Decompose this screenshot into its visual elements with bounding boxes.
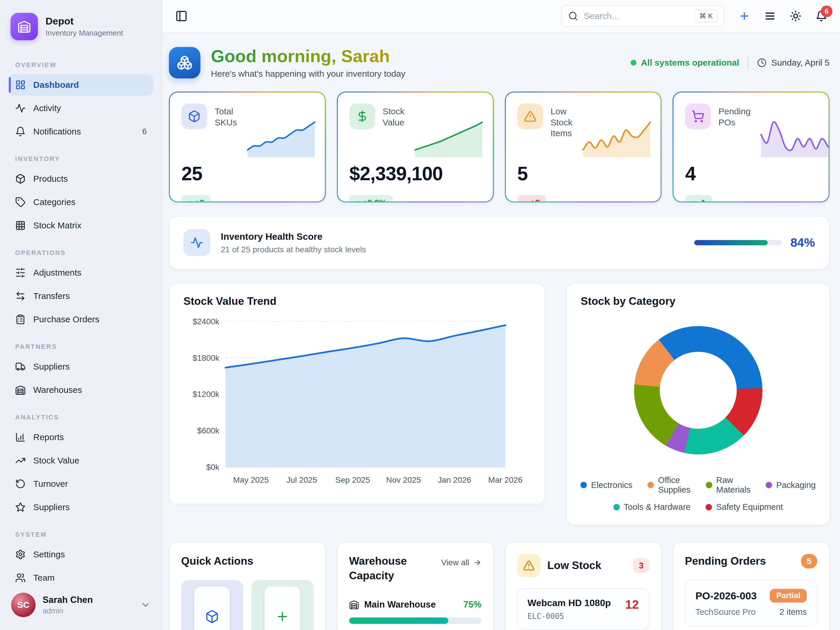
warehouse-capacity-title: Warehouse Capacity [349,554,428,583]
low-stock-badge: 3 [633,558,649,573]
user-role: admin [43,606,93,616]
sidebar-item-stock-matrix[interactable]: Stock Matrix [9,215,153,236]
chevron-down-icon [140,600,151,610]
section-header: OPERATIONS [9,249,153,257]
low-stock-item[interactable]: Webcam HD 1080p ELC-0005 12 [517,588,649,630]
sidebar-toggle-button[interactable] [175,10,188,22]
svg-text:Sep 2025: Sep 2025 [335,475,370,485]
svg-text:$600k: $600k [197,426,219,435]
po-supplier: TechSource Pro [695,607,755,617]
dollar-icon [349,104,375,129]
pending-orders-card: Pending Orders 5 PO-2026-003 Partial Tec… [673,542,829,630]
health-title: Inventory Health Score [221,231,366,242]
sidebar-item-label: Dashboard [33,80,79,90]
sidebar-item-label: Adjustments [33,268,81,278]
stat-card-stock-value[interactable]: Stock Value $2,339,100 ↑ +8.2% [337,92,494,202]
sidebar-item-stock-value[interactable]: Stock Value [9,450,153,471]
search-icon [568,11,578,21]
quick-actions-title: Quick Actions [181,554,314,568]
app-brand: Depot Inventory Management [9,11,153,43]
sidebar-item-settings[interactable]: Settings [9,544,153,565]
view-all-link[interactable]: View all [441,558,482,567]
add-button[interactable] [739,10,750,22]
po-number: PO-2026-003 [695,590,756,602]
boxes-icon [169,47,201,79]
quick-action-package[interactable] [181,580,243,630]
package-icon [182,104,207,129]
arrow-right-icon [474,559,482,567]
svg-text:$0k: $0k [206,463,219,472]
sidebar-item-transfers[interactable]: Transfers [9,285,153,307]
sidebar-section-partners: PARTNERSSuppliersWarehouses [9,343,153,401]
stock-value-trend-chart: $0k$600k$1200k$1800k$2400kMay 2025Jul 20… [183,310,531,495]
current-date: Sunday, April 5 [757,58,829,68]
sidebar-item-dashboard[interactable]: Dashboard [9,74,153,96]
stat-card-low-stock-items[interactable]: Low Stock Items 5 ↓ +2 [505,92,662,202]
stat-card-total-skus[interactable]: Total SKUs 25 ↑ +3 [169,92,326,202]
stat-delta-badge: ↑ +3 [182,195,211,202]
stat-delta-badge: ↑ +8.2% [349,195,393,202]
svg-text:$1200k: $1200k [193,390,219,399]
warehouse-icon [15,385,26,395]
warning-icon [518,104,543,129]
sidebar-item-adjustments[interactable]: Adjustments [9,262,153,284]
clipboard-icon [15,314,26,325]
search-input[interactable] [584,11,688,21]
inventory-health-card: Inventory Health Score 21 of 25 products… [169,216,829,270]
sidebar-section-system: SYSTEMSettingsTeam [9,531,153,589]
stat-card-pending-pos[interactable]: Pending POs 4 ↑ -1 [673,92,829,202]
legend-dot [613,504,620,510]
stat-label: Total SKUs [215,106,237,128]
sidebar-item-suppliers[interactable]: Suppliers [9,356,153,377]
sidebar-item-categories[interactable]: Categories [9,191,153,213]
pending-order-item[interactable]: PO-2026-003 Partial TechSource Pro 2 ite… [685,579,817,626]
user-name: Sarah Chen [43,595,93,605]
users-icon [15,573,26,583]
sidebar-item-products[interactable]: Products [9,168,153,189]
clock-icon [757,58,766,67]
sidebar-item-badge: 6 [142,127,147,136]
pending-orders-badge: 5 [801,554,817,568]
star-icon [15,502,26,512]
sidebar-item-purchase-orders[interactable]: Purchase Orders [9,309,153,330]
quick-action-plus[interactable] [251,580,314,630]
sidebar-item-label: Turnover [33,479,68,489]
menu-button[interactable] [764,10,776,22]
warning-triangle-icon [517,554,540,577]
cart-icon [685,104,711,129]
section-header: INVENTORY [9,155,153,163]
theme-toggle-button[interactable] [790,10,802,22]
legend-item-packaging: Packaging [766,475,815,495]
arrows-icon [15,291,26,301]
warehouse-capacity-bar [349,617,482,624]
sidebar-item-team[interactable]: Team [9,567,153,589]
notifications-button[interactable]: 6 [815,10,827,22]
legend-label: Tools & Hardware [624,502,691,512]
sidebar-item-notifications[interactable]: Notifications6 [9,121,153,142]
legend-item-tools-hardware: Tools & Hardware [613,502,691,512]
sidebar-item-label: Products [33,174,68,184]
sidebar-item-label: Team [33,573,55,583]
sidebar-item-suppliers[interactable]: Suppliers [9,496,153,518]
sidebar-item-warehouses[interactable]: Warehouses [9,379,153,401]
avatar: SC [11,593,36,617]
user-menu[interactable]: SC Sarah Chen admin [9,590,153,617]
sidebar-item-label: Categories [33,197,76,207]
sidebar-section-analytics: ANALYTICSReportsStock ValueTurnoverSuppl… [9,414,153,518]
sidebar-item-reports[interactable]: Reports [9,426,153,448]
pending-orders-title: Pending Orders [685,554,766,568]
sidebar-section-overview: OVERVIEWDashboardActivityNotifications6 [9,61,153,142]
stat-label: Pending POs [718,106,750,128]
section-header: SYSTEM [9,531,153,538]
activity-icon [15,103,26,114]
sidebar-item-activity[interactable]: Activity [9,98,153,119]
sidebar-item-turnover[interactable]: Turnover [9,473,153,495]
section-header: PARTNERS [9,343,153,351]
plus-icon [265,587,300,630]
svg-text:Jul 2025: Jul 2025 [286,475,317,485]
topbar: ⌘ K 6 [163,0,840,33]
warehouse-percent: 75% [463,599,481,610]
stat-sparkline [758,114,829,157]
po-item-count: 2 items [780,607,807,617]
health-percent: 84% [790,236,815,249]
